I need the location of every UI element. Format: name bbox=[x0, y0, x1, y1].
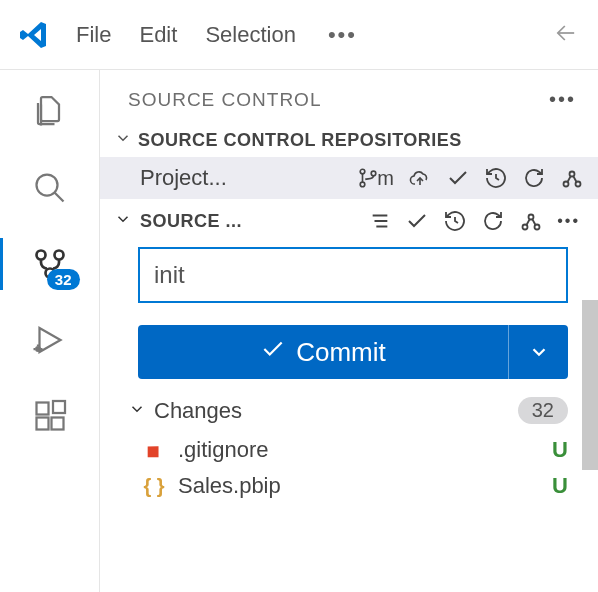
commit-button[interactable]: Commit bbox=[138, 325, 568, 379]
svg-point-16 bbox=[529, 215, 534, 220]
scrollbar[interactable] bbox=[582, 300, 598, 470]
back-arrow-icon[interactable] bbox=[552, 19, 580, 51]
titlebar: File Edit Selection ••• bbox=[0, 0, 598, 70]
svg-point-13 bbox=[570, 172, 575, 177]
repositories-section-header[interactable]: SOURCE CONTROL REPOSITORIES bbox=[100, 123, 598, 157]
changes-count-badge: 32 bbox=[518, 397, 568, 424]
panel-header: SOURCE CONTROL ••• bbox=[100, 70, 598, 123]
menu-bar: File Edit Selection bbox=[76, 22, 296, 48]
file-status: U bbox=[552, 473, 568, 499]
source-control-title: SOURCE ... bbox=[140, 211, 242, 232]
svg-point-4 bbox=[35, 346, 41, 352]
check-icon[interactable] bbox=[446, 166, 470, 190]
file-name: Sales.pbip bbox=[178, 473, 281, 499]
file-row[interactable]: ◆ .gitignore U bbox=[100, 432, 598, 468]
activity-bar: 32 bbox=[0, 70, 100, 592]
chevron-down-icon bbox=[128, 400, 146, 422]
repositories-title: SOURCE CONTROL REPOSITORIES bbox=[138, 130, 462, 151]
source-control-panel: SOURCE CONTROL ••• SOURCE CONTROL REPOSI… bbox=[100, 70, 598, 592]
cloud-sync-icon[interactable] bbox=[408, 166, 432, 190]
source-control-section-header[interactable]: SOURCE ... bbox=[100, 199, 598, 243]
run-debug-icon[interactable] bbox=[30, 320, 70, 360]
chevron-down-icon bbox=[114, 129, 132, 151]
refresh-icon[interactable] bbox=[481, 209, 505, 233]
extensions-icon[interactable] bbox=[30, 396, 70, 436]
history-icon[interactable] bbox=[443, 209, 467, 233]
svg-point-11 bbox=[372, 171, 377, 176]
svg-point-15 bbox=[523, 225, 528, 230]
check-icon bbox=[260, 336, 286, 369]
svg-rect-7 bbox=[51, 418, 63, 430]
svg-point-12 bbox=[564, 182, 569, 187]
svg-point-0 bbox=[36, 175, 57, 196]
menu-overflow-icon[interactable]: ••• bbox=[328, 22, 357, 48]
explorer-icon[interactable] bbox=[30, 92, 70, 132]
commit-message-input[interactable] bbox=[138, 247, 568, 303]
scm-badge: 32 bbox=[47, 269, 80, 290]
gitignore-icon: ◆ bbox=[142, 438, 166, 462]
repository-name: Project... bbox=[140, 165, 227, 191]
file-status: U bbox=[552, 437, 568, 463]
file-row[interactable]: { } Sales.pbip U bbox=[100, 468, 598, 504]
vscode-logo-icon bbox=[18, 19, 50, 51]
json-icon: { } bbox=[142, 475, 166, 498]
commit-split-chevron-icon[interactable] bbox=[508, 325, 568, 379]
svg-point-2 bbox=[54, 251, 63, 260]
changes-header[interactable]: Changes 32 bbox=[100, 379, 598, 432]
changes-label: Changes bbox=[154, 398, 242, 424]
svg-point-10 bbox=[361, 182, 366, 187]
commit-button-label: Commit bbox=[296, 337, 386, 368]
panel-title: SOURCE CONTROL bbox=[128, 89, 321, 111]
graph-icon[interactable] bbox=[519, 209, 543, 233]
svg-point-1 bbox=[36, 251, 45, 260]
history-icon[interactable] bbox=[484, 166, 508, 190]
panel-more-icon[interactable]: ••• bbox=[549, 88, 576, 111]
source-control-icon[interactable]: 32 bbox=[30, 244, 70, 284]
tree-view-icon[interactable] bbox=[369, 210, 391, 232]
check-icon[interactable] bbox=[405, 209, 429, 233]
repository-row[interactable]: Project... m bbox=[100, 157, 598, 199]
menu-edit[interactable]: Edit bbox=[139, 22, 177, 48]
graph-icon[interactable] bbox=[560, 166, 584, 190]
svg-point-9 bbox=[361, 169, 366, 174]
more-icon[interactable]: ••• bbox=[557, 212, 580, 230]
svg-rect-6 bbox=[36, 418, 48, 430]
chevron-down-icon bbox=[114, 210, 132, 232]
search-icon[interactable] bbox=[30, 168, 70, 208]
file-name: .gitignore bbox=[178, 437, 269, 463]
branch-label: m bbox=[377, 167, 394, 190]
refresh-icon[interactable] bbox=[522, 166, 546, 190]
svg-rect-8 bbox=[53, 401, 65, 413]
branch-icon[interactable]: m bbox=[357, 167, 394, 190]
svg-point-14 bbox=[576, 182, 581, 187]
menu-selection[interactable]: Selection bbox=[205, 22, 296, 48]
svg-rect-5 bbox=[36, 403, 48, 415]
svg-point-17 bbox=[535, 225, 540, 230]
menu-file[interactable]: File bbox=[76, 22, 111, 48]
